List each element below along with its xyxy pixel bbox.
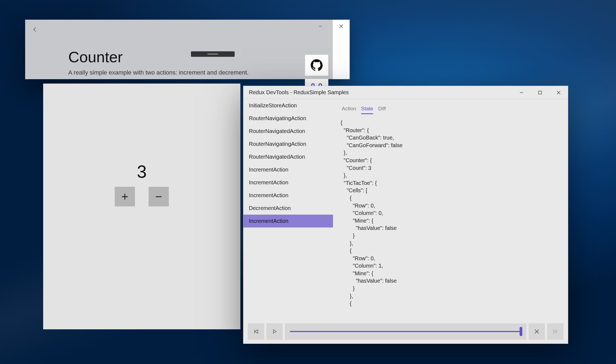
action-item[interactable]: IncrementAction	[243, 176, 333, 189]
count-value: 3	[137, 162, 147, 182]
devtools-window-controls	[512, 86, 568, 99]
slider-track	[290, 331, 521, 332]
action-item[interactable]: RouterNavigatedAction	[243, 150, 333, 163]
timeline-slider[interactable]	[285, 323, 526, 340]
devtools-close-button[interactable]	[549, 86, 568, 99]
playback-bar	[243, 319, 568, 344]
action-item[interactable]: IncrementAction	[243, 163, 333, 176]
forward-button[interactable]	[547, 323, 564, 340]
action-item[interactable]: RouterNavigatingAction	[243, 112, 333, 125]
github-link-button[interactable]	[305, 55, 328, 76]
action-item[interactable]: InitializeStoreAction	[243, 99, 333, 112]
rewind-button[interactable]	[248, 323, 264, 340]
back-button[interactable]	[30, 25, 40, 34]
devtools-title: Redux DevTools - ReduxSimple Samples	[249, 89, 512, 96]
slider-thumb[interactable]	[520, 327, 522, 336]
counter-app-body: 3 + −	[43, 84, 240, 329]
detail-tabs: ActionStateDiff	[341, 106, 564, 114]
action-item[interactable]: RouterNavigatedAction	[243, 125, 333, 138]
maximize-icon	[538, 91, 542, 94]
action-item[interactable]: RouterNavigatingAction	[243, 138, 333, 150]
action-item[interactable]: DecrementAction	[243, 202, 333, 215]
minimize-button[interactable]	[311, 20, 330, 33]
tab-action[interactable]: Action	[342, 106, 356, 114]
cancel-button[interactable]	[529, 323, 545, 340]
skip-forward-icon	[553, 329, 558, 334]
page-title: Counter	[68, 48, 249, 66]
devtools-window: Redux DevTools - ReduxSimple Samples Ini…	[243, 86, 568, 344]
skip-back-icon	[253, 329, 259, 334]
devtools-minimize-button[interactable]	[512, 86, 531, 99]
decrement-button[interactable]: −	[149, 187, 169, 206]
tab-state[interactable]: State	[361, 106, 373, 114]
close-icon	[534, 329, 539, 334]
action-item[interactable]: IncrementAction	[243, 215, 333, 227]
github-icon	[310, 59, 323, 72]
devtools-titlebar: Redux DevTools - ReduxSimple Samples	[243, 86, 568, 99]
minimize-icon	[319, 24, 322, 28]
close-icon	[339, 24, 343, 28]
close-strip	[333, 20, 350, 79]
minimize-icon	[520, 91, 523, 94]
action-item[interactable]: IncrementAction	[243, 189, 333, 202]
action-list[interactable]: InitializeStoreActionRouterNavigatingAct…	[243, 99, 333, 319]
svg-rect-6	[539, 91, 542, 94]
play-button[interactable]	[266, 323, 283, 340]
devtools-maximize-button[interactable]	[531, 86, 549, 99]
counter-window: Counter A really simple example with two…	[25, 20, 349, 79]
close-icon	[557, 91, 561, 94]
arrow-left-icon	[32, 26, 38, 32]
increment-button[interactable]: +	[115, 187, 135, 206]
page-subtitle: A really simple example with two actions…	[68, 69, 249, 76]
play-icon	[272, 329, 277, 334]
state-json: { "Router": { "CanGoBack": true, "CanGoF…	[341, 119, 564, 307]
tab-diff[interactable]: Diff	[378, 106, 386, 114]
close-button[interactable]	[333, 20, 350, 33]
detail-pane: ActionStateDiff { "Router": { "CanGoBack…	[341, 99, 564, 319]
phone-speaker-icon	[191, 51, 235, 57]
